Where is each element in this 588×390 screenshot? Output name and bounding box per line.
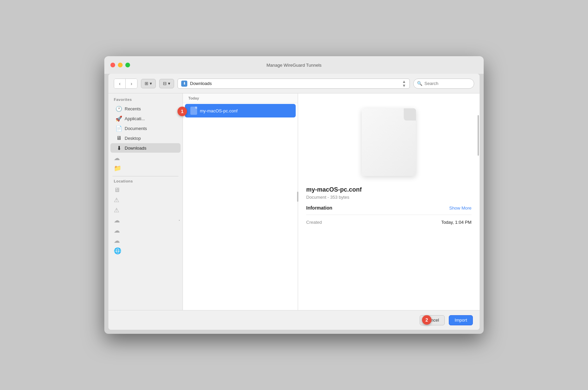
- minimize-button[interactable]: [118, 63, 123, 67]
- recents-icon: 🕐: [116, 106, 122, 112]
- back-button[interactable]: ‹: [114, 79, 126, 88]
- favorites-label: Favorites: [108, 98, 183, 104]
- sidebar-item-downloads[interactable]: ⬇ Downloads: [110, 143, 181, 153]
- network-icon: 🌐: [114, 247, 121, 255]
- import-button[interactable]: Import: [449, 315, 473, 325]
- documents-icon: 📄: [116, 125, 122, 131]
- column-view-arrow: ▾: [150, 81, 152, 86]
- folder-icon-1: 📁: [114, 165, 121, 172]
- sidebar-item-applications[interactable]: 🚀 Applicati...: [110, 114, 181, 123]
- title-bar: Manage WireGuard Tunnels: [104, 56, 484, 74]
- badge-2: 2: [422, 315, 432, 325]
- preview-scrollbar[interactable]: [477, 114, 480, 310]
- search-icon: 🔍: [417, 81, 422, 86]
- created-value: Today, 1:04 PM: [441, 220, 471, 225]
- preview-icon-area: [306, 102, 471, 186]
- grid-view-arrow: ▾: [168, 81, 170, 86]
- sidebar-item-recents-label: Recents: [125, 106, 141, 111]
- close-button[interactable]: [110, 63, 115, 67]
- downloads-icon: ⬇: [116, 145, 122, 151]
- file-list-panel: Today 1 my-macOS-pc.conf: [183, 93, 298, 310]
- created-label: Created: [306, 220, 322, 225]
- maximize-button[interactable]: [125, 63, 130, 67]
- sidebar-item-computer[interactable]: 🖥: [108, 185, 183, 195]
- file-list-section-header: Today: [183, 93, 298, 103]
- file-picker-panel: ‹ › ⊞ ▾ ⊟ ▾ ⬇ Downloads ▲ ▼: [108, 74, 480, 330]
- show-more-link[interactable]: Show More: [449, 205, 471, 211]
- forward-button[interactable]: ›: [126, 79, 137, 88]
- panel-resize-handle[interactable]: [297, 93, 299, 310]
- file-preview-icon: [362, 108, 416, 176]
- sidebar-item-disk2[interactable]: ⚠: [108, 205, 183, 215]
- dot-indicator: •: [179, 219, 180, 222]
- window-title: Manage WireGuard Tunnels: [267, 63, 322, 68]
- location-folder-icon: ⬇: [181, 81, 187, 87]
- column-view-button[interactable]: ⊞ ▾: [141, 79, 156, 88]
- scrollbar-thumb: [478, 115, 479, 156]
- sidebar-divider: [112, 176, 178, 176]
- sidebar-item-cloud1[interactable]: ☁ •: [108, 215, 183, 225]
- location-text: Downloads: [190, 81, 399, 86]
- sidebar-item-network[interactable]: 🌐: [108, 246, 183, 256]
- disk1-icon: ⚠: [114, 196, 119, 204]
- sidebar-item-documents-label: Documents: [125, 126, 147, 131]
- search-bar[interactable]: 🔍: [413, 79, 474, 89]
- traffic-lights: [110, 63, 130, 67]
- preview-row-created: Created Today, 1:04 PM: [306, 219, 471, 225]
- sidebar-item-desktop[interactable]: 🖥 Desktop: [110, 133, 181, 143]
- cloud2-icon: ☁: [114, 227, 120, 234]
- file-item-wrapper: 1 my-macOS-pc.conf: [183, 103, 298, 118]
- file-picker-window: Manage WireGuard Tunnels ‹ › ⊞ ▾ ⊟ ▾ ⬇: [104, 56, 484, 334]
- computer-icon: 🖥: [114, 187, 120, 194]
- file-item-conf[interactable]: my-macOS-pc.conf: [185, 104, 296, 117]
- content-area: Favorites 🕐 Recents 🚀 Applicati... 📄 Doc…: [108, 93, 480, 310]
- grid-view-icon: ⊟: [163, 81, 167, 86]
- grid-view-button[interactable]: ⊟ ▾: [159, 79, 174, 88]
- sidebar: Favorites 🕐 Recents 🚀 Applicati... 📄 Doc…: [108, 93, 183, 310]
- sidebar-item-downloads-label: Downloads: [125, 146, 146, 151]
- sidebar-folder-1[interactable]: 📁: [108, 163, 183, 173]
- cloud3-icon: ☁: [114, 237, 120, 244]
- toolbar: ‹ › ⊞ ▾ ⊟ ▾ ⬇ Downloads ▲ ▼: [108, 74, 480, 93]
- sidebar-item-recents[interactable]: 🕐 Recents: [110, 104, 181, 113]
- desktop-icon: 🖥: [116, 135, 122, 141]
- disk2-icon: ⚠: [114, 207, 119, 214]
- cloud-icon-1: ☁: [114, 154, 120, 162]
- cloud1-icon: ☁: [114, 217, 120, 224]
- file-item-name: my-macOS-pc.conf: [200, 108, 237, 113]
- sidebar-item-documents[interactable]: 📄 Documents: [110, 124, 181, 133]
- column-view-icon: ⊞: [145, 81, 148, 86]
- location-bar[interactable]: ⬇ Downloads ▲ ▼: [177, 79, 410, 89]
- preview-panel: my-macOS-pc.conf Document - 353 bytes In…: [298, 93, 480, 310]
- file-doc-icon: [190, 107, 197, 115]
- sidebar-item-cloud3[interactable]: ☁: [108, 236, 183, 246]
- location-stepper: ▲ ▼: [402, 80, 406, 88]
- search-input[interactable]: [424, 81, 470, 86]
- preview-info-header: Information Show More: [306, 205, 471, 211]
- applications-icon: 🚀: [116, 115, 122, 122]
- sidebar-item-desktop-label: Desktop: [125, 136, 141, 141]
- sidebar-item-applications-label: Applicati...: [125, 116, 145, 121]
- sidebar-cloud-1[interactable]: ☁: [108, 153, 183, 163]
- resize-handle-bar: [297, 192, 298, 202]
- preview-filetype: Document - 353 bytes: [306, 195, 471, 200]
- bottom-bar: Cancel 2 Import: [108, 310, 480, 330]
- preview-divider: [306, 215, 471, 215]
- preview-filename: my-macOS-pc.conf: [306, 186, 471, 193]
- preview-info-title: Information: [306, 205, 332, 211]
- badge-1: 1: [177, 107, 187, 116]
- sidebar-item-cloud2[interactable]: ☁: [108, 225, 183, 236]
- sidebar-item-disk1[interactable]: ⚠: [108, 195, 183, 205]
- nav-buttons: ‹ ›: [114, 79, 138, 89]
- locations-label: Locations: [108, 179, 183, 185]
